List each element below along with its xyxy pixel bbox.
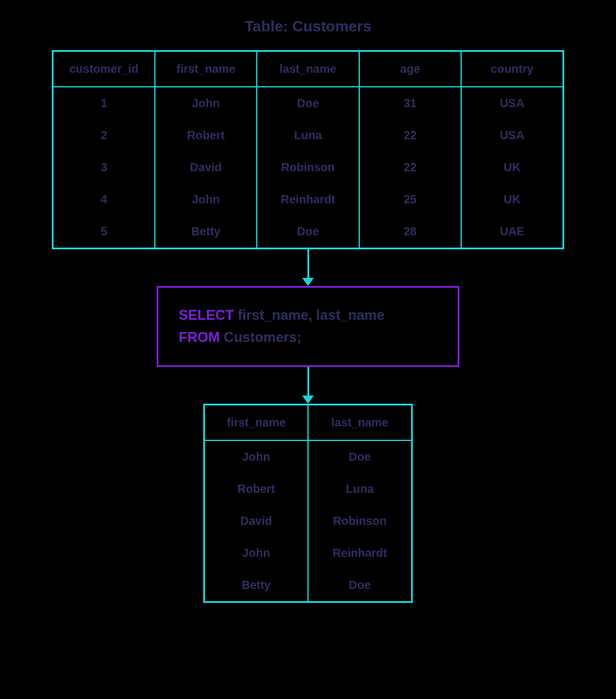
source-cell: 2 xyxy=(53,119,155,151)
source-cell: UK xyxy=(461,183,563,216)
result-cell: David xyxy=(204,505,309,537)
sql-keyword-select: SELECT xyxy=(179,307,234,323)
source-cell: USA xyxy=(461,119,563,151)
source-cell: Reinhardt xyxy=(257,183,359,216)
source-cell: Doe xyxy=(257,87,359,119)
result-cell: Robinson xyxy=(308,505,412,537)
source-table: customer_id first_name last_name age cou… xyxy=(52,50,564,249)
source-cell: David xyxy=(155,151,257,183)
query-line-2: FROM Customers; xyxy=(179,326,437,348)
table-row: 2 Robert Luna 22 USA xyxy=(53,119,564,151)
table-row: Betty Doe xyxy=(204,569,412,602)
table-row: David Robinson xyxy=(204,505,412,537)
result-cell: Doe xyxy=(308,569,412,602)
source-header-cell: first_name xyxy=(155,51,257,87)
result-cell: John xyxy=(204,440,309,473)
source-header-cell: age xyxy=(359,51,461,87)
source-header-row: customer_id first_name last_name age cou… xyxy=(53,51,564,87)
sql-keyword-from: FROM xyxy=(179,329,220,345)
table-row: Robert Luna xyxy=(204,473,412,505)
result-header-row: first_name last_name xyxy=(204,404,412,440)
source-header-cell: country xyxy=(461,51,563,87)
result-cell: Reinhardt xyxy=(308,537,412,569)
sql-query-box: SELECT first_name, last_name FROM Custom… xyxy=(157,286,459,367)
source-cell: 31 xyxy=(359,87,461,119)
table-row: 3 David Robinson 22 UK xyxy=(53,151,564,183)
arrow-down-icon xyxy=(302,367,314,404)
table-row: 4 John Reinhardt 25 UK xyxy=(53,183,564,216)
table-row: John Doe xyxy=(204,440,412,473)
source-cell: Luna xyxy=(257,119,359,151)
source-cell: John xyxy=(155,87,257,119)
source-cell: UAE xyxy=(461,216,563,249)
sql-text: first_name, last_name xyxy=(234,307,385,323)
arrow-down-icon xyxy=(302,249,314,286)
table-row: 1 John Doe 31 USA xyxy=(53,87,564,119)
source-cell: 1 xyxy=(53,87,155,119)
source-cell: UK xyxy=(461,151,563,183)
source-cell: 4 xyxy=(53,183,155,216)
source-cell: Robert xyxy=(155,119,257,151)
source-cell: 3 xyxy=(53,151,155,183)
result-table: first_name last_name John Doe Robert Lun… xyxy=(203,404,413,603)
result-cell: John xyxy=(204,537,309,569)
source-cell: 28 xyxy=(359,216,461,249)
table-row: John Reinhardt xyxy=(204,537,412,569)
source-cell: USA xyxy=(461,87,563,119)
source-cell: Doe xyxy=(257,216,359,249)
result-cell: Doe xyxy=(308,440,412,473)
sql-text: Customers; xyxy=(220,329,302,345)
result-cell: Luna xyxy=(308,473,412,505)
source-cell: 22 xyxy=(359,119,461,151)
source-header-cell: customer_id xyxy=(53,51,155,87)
source-cell: 22 xyxy=(359,151,461,183)
query-line-1: SELECT first_name, last_name xyxy=(179,304,437,326)
source-header-cell: last_name xyxy=(257,51,359,87)
result-cell: Betty xyxy=(204,569,309,602)
diagram-title: Table: Customers xyxy=(245,17,371,36)
source-cell: 25 xyxy=(359,183,461,216)
result-header-cell: first_name xyxy=(204,404,309,440)
source-cell: John xyxy=(155,183,257,216)
source-cell: Betty xyxy=(155,216,257,249)
source-cell: Robinson xyxy=(257,151,359,183)
source-cell: 5 xyxy=(53,216,155,249)
table-row: 5 Betty Doe 28 UAE xyxy=(53,216,564,249)
result-cell: Robert xyxy=(204,473,309,505)
result-header-cell: last_name xyxy=(308,404,412,440)
